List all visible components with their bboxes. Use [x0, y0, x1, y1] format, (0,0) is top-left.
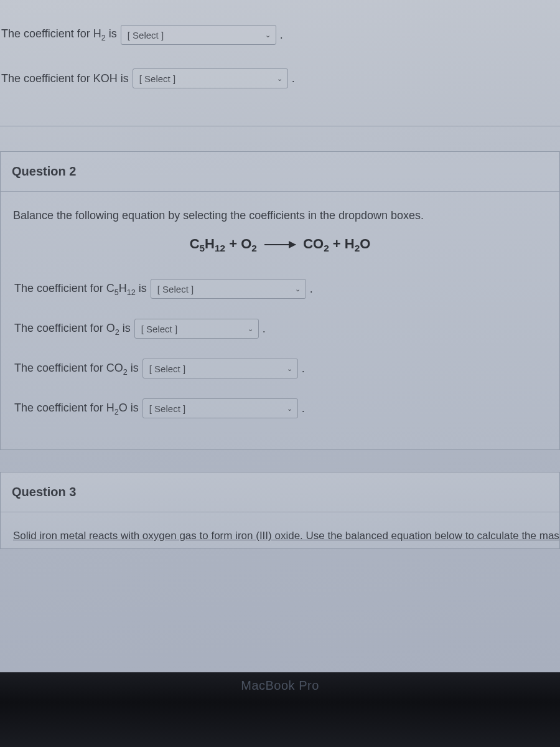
device-logo: MacBook Pro — [0, 672, 560, 693]
period: . — [263, 322, 266, 336]
chevron-down-icon: ⌄ — [277, 75, 282, 83]
select-c5h12[interactable]: [ Select ] ⌄ — [151, 279, 306, 299]
period: . — [302, 402, 305, 415]
label-co2: The coefficient for CO2 is — [14, 362, 139, 377]
label-o2: The coefficient for O2 is — [14, 322, 131, 337]
select-co2-value: [ Select ] — [149, 364, 185, 374]
select-h2o[interactable]: [ Select ] ⌄ — [142, 398, 298, 418]
select-h2o-value: [ Select ] — [149, 403, 185, 414]
question-3-title: Question 3 — [1, 472, 559, 512]
chevron-down-icon: ⌄ — [248, 325, 253, 333]
select-h2[interactable]: [ Select ] ⌄ — [121, 25, 276, 45]
period: . — [280, 29, 283, 42]
question-3-text: Solid iron metal reacts with oxygen gas … — [13, 530, 547, 542]
select-o2[interactable]: [ Select ] ⌄ — [134, 319, 259, 339]
period: . — [310, 283, 313, 296]
question-2-title: Question 2 — [1, 152, 559, 192]
select-o2-value: [ Select ] — [141, 324, 177, 334]
select-h2-value: [ Select ] — [128, 30, 164, 40]
question-2-prompt: Balance the following equation by select… — [13, 209, 547, 222]
label-c5h12: The coefficient for C5H12 is — [14, 282, 147, 297]
question-3-block: Question 3 Solid iron metal reacts with … — [0, 472, 560, 549]
select-co2[interactable]: [ Select ] ⌄ — [142, 359, 298, 378]
label-h2: The coefficient for H2 is — [1, 27, 117, 42]
question-2-block: Question 2 Balance the following equatio… — [0, 151, 560, 450]
period: . — [292, 72, 295, 85]
chevron-down-icon: ⌄ — [287, 405, 292, 413]
arrow-icon — [264, 244, 296, 245]
select-koh[interactable]: [ Select ] ⌄ — [133, 68, 288, 88]
label-h2o: The coefficient for H2O is — [14, 402, 139, 416]
period: . — [302, 362, 305, 375]
select-c5h12-value: [ Select ] — [157, 284, 194, 294]
laptop-bezel: MacBook Pro — [0, 672, 560, 747]
chevron-down-icon: ⌄ — [287, 365, 292, 373]
label-koh: The coefficient for KOH is — [1, 72, 129, 85]
chevron-down-icon: ⌄ — [265, 31, 271, 39]
chevron-down-icon: ⌄ — [295, 285, 301, 293]
equation: C5H12 + O2 CO2 + H2O — [13, 236, 547, 254]
select-koh-value: [ Select ] — [139, 73, 175, 84]
